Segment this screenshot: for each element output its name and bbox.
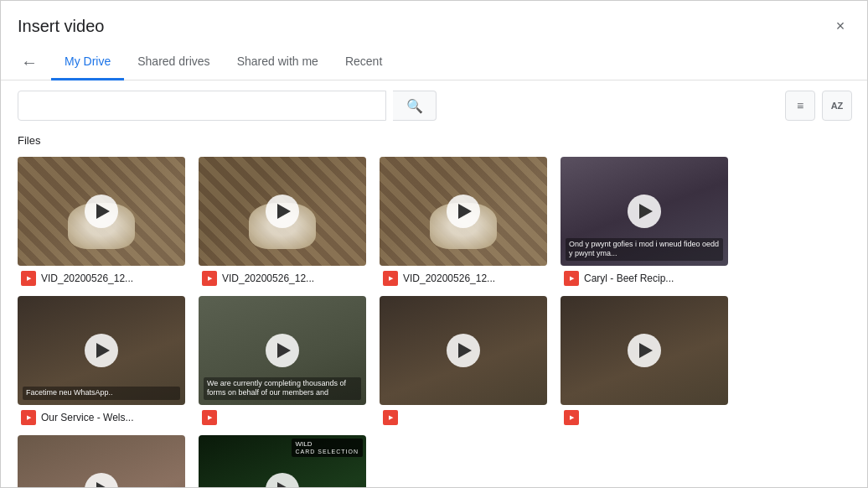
file-name: VID_20200526_12... [222,273,363,284]
list-item[interactable]: VID_20200526_12... [199,157,366,289]
list-view-button[interactable]: ≡ [785,91,815,121]
search-input[interactable] [18,91,386,121]
insert-video-dialog: Insert video × ← My Drive Shared drives … [1,1,868,488]
thumb-overlay-text: Facetime neu WhatsApp.. [23,387,180,400]
file-info: VID_20200526_12... [199,266,366,289]
file-name: VID_20200526_12... [41,273,182,284]
play-icon [447,195,480,228]
file-info: Our Service - Wels... [18,405,185,428]
file-name: Our Service - Wels... [41,412,182,423]
thumb-overlay-top-text: WILDCARD SELECTION [292,439,363,457]
file-name: Caryl - Beef Recip... [584,273,725,284]
file-info: VID_20200526_12... [380,266,547,289]
tab-my-drive[interactable]: My Drive [51,44,124,80]
list-item[interactable]: VID_20200526_12... [18,157,185,289]
tab-bar: ← My Drive Shared drives Shared with me … [1,44,868,80]
files-section-label: Files [1,131,868,153]
video-file-icon [383,271,398,286]
file-thumbnail: Facetime neu WhatsApp.. [18,296,185,405]
file-thumbnail [199,157,366,266]
list-icon: ≡ [797,99,803,112]
file-thumbnail: Ond y pwynt gofies i mod i wneud fideo o… [561,157,728,266]
play-icon [85,195,118,228]
video-file-icon [21,410,36,425]
play-icon [85,334,118,367]
play-icon [85,473,118,488]
dialog-title: Insert video [18,17,104,36]
file-info [561,405,728,428]
file-info: VID_20200526_12... [18,266,185,289]
back-button[interactable]: ← [18,49,41,75]
play-icon [628,195,661,228]
video-file-icon [21,271,36,286]
files-grid: VID_20200526_12... VID_20200526_12... [1,153,868,488]
file-thumbnail [18,435,185,488]
list-item[interactable]: Facetime neu WhatsApp.. Our Service - We… [18,296,185,428]
file-thumbnail [380,157,547,266]
search-icon: 🔍 [406,98,423,114]
thumb-overlay-text: We are currently completing thousands of… [204,377,361,400]
file-info [199,405,366,428]
video-file-icon [383,410,398,425]
list-item[interactable] [18,435,185,488]
file-thumbnail: We are currently completing thousands of… [199,296,366,405]
search-toolbar: 🔍 ≡ AZ [1,80,868,131]
search-button[interactable]: 🔍 [393,91,437,121]
video-file-icon [564,271,579,286]
play-icon [266,473,299,488]
file-info: Caryl - Beef Recip... [561,266,728,289]
file-thumbnail [380,296,547,405]
play-icon [266,195,299,228]
file-thumbnail [18,157,185,266]
list-item[interactable] [561,296,728,428]
list-item[interactable]: WILDCARD SELECTION [199,435,366,488]
dialog-header: Insert video × [1,1,868,44]
file-thumbnail: WILDCARD SELECTION [199,435,366,488]
video-file-icon [202,271,217,286]
file-thumbnail [561,296,728,405]
tab-shared-drives[interactable]: Shared drives [124,44,223,80]
tab-recent[interactable]: Recent [332,44,395,80]
play-icon [266,334,299,367]
play-icon [447,334,480,367]
list-item[interactable]: VID_20200526_12... [380,157,547,289]
sort-button[interactable]: AZ [822,91,852,121]
list-item[interactable]: Ond y pwynt gofies i mod i wneud fideo o… [561,157,728,289]
list-item[interactable]: We are currently completing thousands of… [199,296,366,428]
sort-az-icon: AZ [831,101,844,111]
video-file-icon [564,410,579,425]
file-info [380,405,547,428]
list-item[interactable] [380,296,547,428]
close-button[interactable]: × [829,14,852,38]
play-icon [628,334,661,367]
file-name: VID_20200526_12... [403,273,544,284]
tab-shared-with-me[interactable]: Shared with me [224,44,332,80]
video-file-icon [202,410,217,425]
thumb-overlay-text: Ond y pwynt gofies i mod i wneud fideo o… [566,238,723,261]
